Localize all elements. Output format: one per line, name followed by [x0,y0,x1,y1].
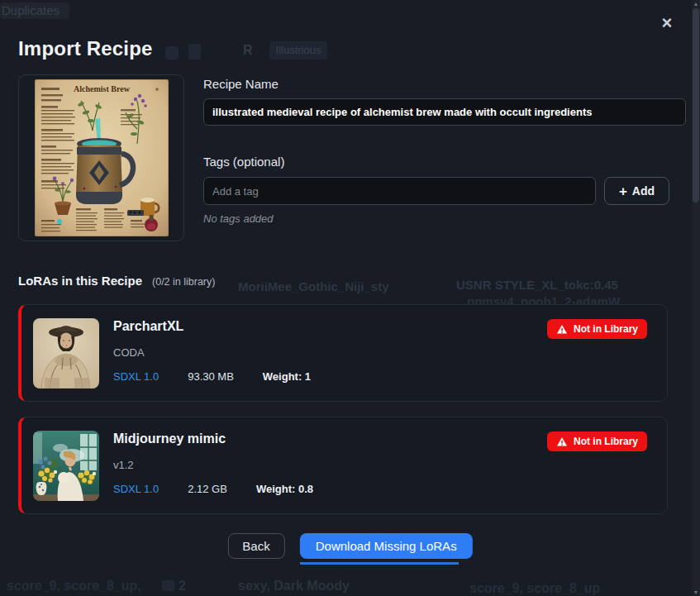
add-tag-button[interactable]: + Add [604,177,669,205]
lora-version: CODA [113,346,647,359]
scrollbar-thumb[interactable] [693,8,699,203]
lora-thumbnail [33,318,99,389]
lora-weight: Weight: 0.8 [256,483,313,495]
base-model-label: SDXL 1.0 [113,370,159,383]
lora-version: v1.2 [113,459,647,471]
background-progress-bar [300,562,459,565]
modal-footer: Back Download Missing LoRAs [227,533,472,559]
recipe-name-input[interactable] [203,98,686,126]
background-prompt-text: score_9, score_8_up, [7,579,141,594]
back-button[interactable]: Back [227,533,284,559]
background-prompt-text: sexy, Dark Moody [238,579,350,594]
plus-icon: + [619,184,627,198]
tag-input[interactable] [203,177,596,205]
file-size: 2.12 GB [188,483,227,495]
recipe-preview-card: Alchemist Brew [18,74,184,241]
background-lora-name: MoriiMee_Gothic_Niji_sty [238,279,389,293]
tags-label: Tags (optional) [203,155,284,169]
background-model-pill: Illustrious [269,41,327,60]
warning-icon [556,436,568,447]
scroll-up-icon[interactable]: ▲ [692,1,700,7]
background-prompt-text: score_9, score_8_up [469,581,600,596]
add-tag-label: Add [632,184,655,198]
lora-weight: Weight: 1 [263,370,311,383]
status-badge: Not in Library [547,432,647,451]
download-missing-loras-button[interactable]: Download Missing LoRAs [300,533,473,559]
scrollbar[interactable]: ▲ ▼ [692,0,700,596]
loras-section-header: LoRAs in this Recipe (0/2 in library) [18,274,215,288]
lora-name: ParchartXL [113,319,183,334]
no-tags-text: No tags added [203,212,274,225]
status-badge-label: Not in Library [574,436,638,447]
background-lora-name: USNR STYLE_XL_tokc:0.45 [456,278,618,292]
page-title: Import Recipe [18,37,153,60]
status-badge: Not in Library [547,319,647,339]
background-count: 2 [179,579,186,594]
warning-icon [556,324,568,335]
loras-heading: LoRAs in this Recipe [18,274,142,288]
base-model-label: SDXL 1.0 [113,483,159,495]
lora-card-parchartxl: ParchartXL Not in Library CODA SDXL 1.0 … [18,304,668,402]
recipe-name-label: Recipe Name [203,77,279,91]
background-share-icon [165,46,179,60]
lora-name: Midjourney mimic [113,432,226,446]
scroll-down-icon[interactable]: ▼ [692,589,700,595]
loras-library-count: (0/2 in library) [152,276,215,288]
file-size: 93.30 MB [188,370,234,383]
background-model-badge: R [243,43,253,58]
recipe-preview-image: Alchemist Brew [35,79,169,236]
close-icon[interactable]: × [656,12,678,34]
import-recipe-modal: Duplicates R Illustrious MoriiMee_Gothic… [0,0,700,596]
status-badge-label: Not in Library [574,323,638,335]
lora-card-midjourney-mimic: Midjourney mimic Not in Library v1.2 SDX… [18,417,668,514]
background-duplicates-chip: Duplicates [0,2,69,19]
thumbnail-title: Alchemist Brew [74,84,131,93]
background-layers-icon [162,580,174,591]
background-trash-icon [188,44,201,60]
lora-thumbnail [33,431,99,501]
